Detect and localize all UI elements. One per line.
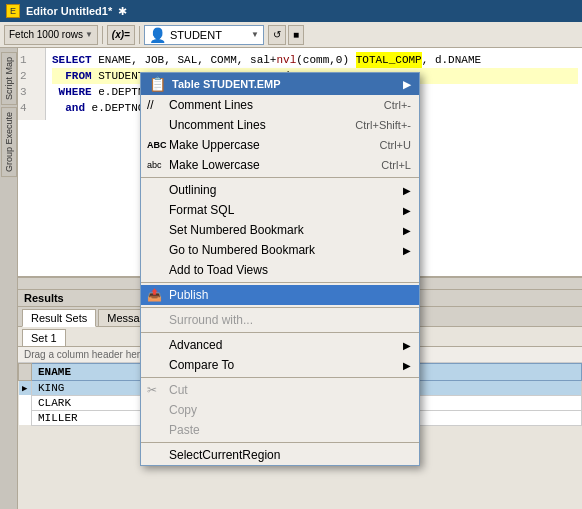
menu-format-sql[interactable]: Format SQL ▶: [141, 200, 419, 220]
submenu-arrow-compare-to: ▶: [393, 360, 411, 371]
menu-sep-6: [141, 442, 419, 443]
uppercase-icon: ABC: [147, 140, 167, 150]
tab-set-1[interactable]: Set 1: [22, 329, 66, 346]
asterisk-indicator: ✱: [118, 5, 127, 18]
row-indicator-header: [19, 363, 32, 380]
window-title: Editor Untitled1*: [26, 5, 112, 17]
script-map-label[interactable]: Script Map: [1, 52, 17, 105]
menu-uncomment-lines[interactable]: Uncomment Lines Ctrl+Shift+-: [141, 115, 419, 135]
schema-dropdown[interactable]: 👤 STUDENT ▼: [144, 25, 264, 45]
menu-make-lowercase[interactable]: abc Make Lowercase Ctrl+L: [141, 155, 419, 175]
menu-go-to-numbered-bookmark[interactable]: Go to Numbered Bookmark ▶: [141, 240, 419, 260]
context-menu-header: 📋 Table STUDENT.EMP ▶: [141, 73, 419, 95]
user-icon: 👤: [149, 27, 166, 43]
toolbar: Fetch 1000 rows ▼ (x)= 👤 STUDENT ▼ ↺ ■: [0, 22, 582, 48]
menu-sep-5: [141, 377, 419, 378]
tab-result-sets[interactable]: Result Sets: [22, 309, 96, 327]
toolbar-separator-1: [102, 26, 103, 44]
table-icon: 📋: [149, 76, 166, 92]
title-bar: E Editor Untitled1* ✱: [0, 0, 582, 22]
lowercase-icon: abc: [147, 160, 162, 170]
chevron-down-icon: ▼: [85, 30, 93, 39]
row-selected-indicator: ▶: [19, 380, 32, 395]
menu-comment-lines[interactable]: // Comment Lines Ctrl+-: [141, 95, 419, 115]
menu-publish[interactable]: 📤 Publish: [141, 285, 419, 305]
menu-cut[interactable]: ✂ Cut: [141, 380, 419, 400]
menu-sep-2: [141, 282, 419, 283]
submenu-arrow-outlining: ▶: [393, 185, 411, 196]
menu-paste[interactable]: Paste: [141, 420, 419, 440]
menu-sep-1: [141, 177, 419, 178]
row-indicator-2: [19, 395, 32, 410]
submenu-arrow-advanced: ▶: [393, 340, 411, 351]
submenu-arrow-goto-bookmark: ▶: [393, 245, 411, 256]
menu-set-numbered-bookmark[interactable]: Set Numbered Bookmark ▶: [141, 220, 419, 240]
menu-advanced[interactable]: Advanced ▶: [141, 335, 419, 355]
submenu-arrow-set-bookmark: ▶: [393, 225, 411, 236]
menu-sep-4: [141, 332, 419, 333]
fetch-dropdown[interactable]: Fetch 1000 rows ▼: [4, 25, 98, 45]
editor-icon: E: [6, 4, 20, 18]
code-line-1: SELECT ENAME, JOB, SAL, COMM, sal+nvl(co…: [52, 52, 578, 68]
context-menu-title: Table STUDENT.EMP: [172, 78, 281, 90]
menu-outlining[interactable]: Outlining ▶: [141, 180, 419, 200]
line-numbers: 1 2 3 4: [18, 48, 46, 120]
menu-copy[interactable]: Copy: [141, 400, 419, 420]
execute-btn[interactable]: (x)=: [107, 25, 135, 45]
comment-icon: //: [147, 98, 154, 112]
publish-icon: 📤: [147, 288, 162, 302]
menu-sep-3: [141, 307, 419, 308]
menu-select-current-region[interactable]: SelectCurrentRegion: [141, 445, 419, 465]
submenu-arrow-header: ▶: [403, 79, 411, 90]
schema-label: STUDENT: [170, 29, 222, 41]
menu-make-uppercase[interactable]: ABC Make Uppercase Ctrl+U: [141, 135, 419, 155]
toolbar-separator-2: [139, 26, 140, 44]
row-indicator-3: [19, 410, 32, 425]
submenu-arrow-format-sql: ▶: [393, 205, 411, 216]
group-exec-label[interactable]: Group Execute: [1, 107, 17, 177]
stop-btn[interactable]: ■: [288, 25, 304, 45]
menu-surround-with[interactable]: Surround with...: [141, 310, 419, 330]
cut-icon: ✂: [147, 383, 157, 397]
fetch-label: Fetch 1000 rows: [9, 29, 83, 40]
schema-chevron-icon: ▼: [251, 30, 259, 39]
refresh-btn[interactable]: ↺: [268, 25, 286, 45]
side-panel: Script Map Group Execute: [0, 48, 18, 509]
menu-compare-to[interactable]: Compare To ▶: [141, 355, 419, 375]
menu-add-to-toad-views[interactable]: Add to Toad Views: [141, 260, 419, 280]
context-menu: 📋 Table STUDENT.EMP ▶ // Comment Lines C…: [140, 72, 420, 466]
